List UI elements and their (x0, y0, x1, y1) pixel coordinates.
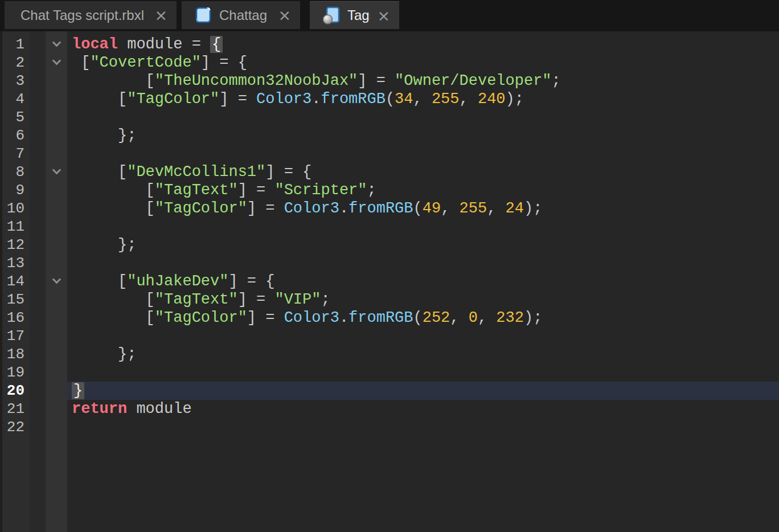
code-token: , (413, 91, 432, 108)
code-token: ; (367, 182, 376, 199)
code-token: module = (118, 36, 210, 53)
code-token: [ (72, 91, 127, 108)
line-number[interactable]: 7 (0, 145, 30, 163)
tab-chattag[interactable]: Chattag× (182, 1, 300, 29)
code-text[interactable] (67, 145, 779, 163)
code-token: "TagText" (155, 182, 238, 199)
code-line: 21return module (0, 400, 779, 418)
close-icon[interactable]: × (278, 7, 291, 23)
line-number[interactable]: 5 (0, 108, 30, 126)
gutter-gap (30, 35, 46, 54)
code-text[interactable] (67, 363, 779, 382)
code-token: ); (524, 309, 542, 326)
close-icon[interactable]: × (377, 8, 390, 23)
matched-bracket: { (210, 36, 223, 53)
script-editor: 1local module = {2 ["CovertCode"] = {3 [… (0, 31, 779, 532)
line-number[interactable]: 10 (0, 199, 30, 218)
code-text[interactable] (67, 327, 779, 345)
chevron-down-icon[interactable] (52, 275, 61, 284)
line-number[interactable]: 22 (0, 418, 30, 436)
line-number[interactable]: 15 (0, 290, 30, 309)
line-number[interactable]: 3 (0, 72, 30, 90)
gutter-gap (30, 163, 46, 181)
line-number[interactable]: 17 (0, 327, 30, 345)
code-token: "Scripter" (274, 182, 367, 199)
code-text[interactable]: }; (67, 345, 779, 363)
code-text[interactable]: }; (67, 236, 779, 254)
code-token: return (72, 400, 127, 418)
line-number[interactable]: 1 (0, 35, 30, 54)
fold-toggle[interactable] (46, 163, 67, 181)
tab-tags[interactable]: Tags× (310, 1, 399, 29)
code-token: }; (72, 127, 136, 144)
code-line: 6 }; (0, 126, 779, 145)
line-number[interactable]: 14 (0, 272, 30, 290)
code-text[interactable]: } (67, 382, 779, 400)
chevron-down-icon[interactable] (52, 166, 61, 175)
code-line: 14 ["uhJakeDev"] = { (0, 272, 779, 290)
fold-toggle[interactable] (46, 54, 67, 72)
code-text[interactable]: ["TagText"] = "Scripter"; (67, 181, 779, 199)
line-number[interactable]: 11 (0, 218, 30, 236)
tab-label: Chattag (219, 7, 271, 23)
code-text[interactable]: local module = { (67, 35, 779, 54)
code-text[interactable]: ["TagColor"] = Color3.fromRGB(34, 255, 2… (67, 90, 779, 108)
code-line: 7 (0, 145, 779, 163)
chevron-down-icon[interactable] (52, 38, 61, 47)
line-number[interactable]: 21 (0, 400, 30, 418)
code-token: 255 (460, 200, 487, 217)
close-icon[interactable]: × (154, 7, 167, 23)
tab-chat-tags-script-rbxl[interactable]: Chat Tags script.rbxl× (5, 1, 177, 29)
code-text[interactable] (67, 108, 779, 126)
code-token: ] = { (265, 163, 311, 181)
code-token: ( (413, 309, 423, 326)
code-text[interactable]: ["CovertCode"] = { (67, 54, 779, 72)
line-number[interactable]: 19 (0, 363, 30, 382)
code-token: "TheUncommon32NoobJax" (155, 72, 358, 89)
code-token: "TagText" (155, 291, 238, 308)
code-text[interactable] (67, 218, 779, 236)
code-line: 12 }; (0, 236, 779, 254)
line-number[interactable]: 18 (0, 345, 30, 363)
code-text[interactable]: return module (67, 400, 779, 418)
gutter-gap (30, 254, 46, 272)
gutter-gap (30, 345, 46, 363)
code-token: local (72, 36, 118, 53)
code-text[interactable]: ["DevMcCollins1"] = { (67, 163, 779, 181)
line-number[interactable]: 20 (0, 382, 30, 400)
code-text[interactable]: ["TagText"] = "VIP"; (67, 290, 779, 309)
code-text[interactable]: }; (67, 126, 779, 145)
gutter-gap (30, 290, 46, 309)
code-token: Color3 (256, 91, 311, 108)
chevron-down-icon[interactable] (52, 56, 61, 66)
line-number[interactable]: 13 (0, 254, 30, 272)
fold-toggle[interactable] (46, 272, 67, 290)
line-number[interactable]: 6 (0, 126, 30, 145)
code-text[interactable]: ["TagColor"] = Color3.fromRGB(252, 0, 23… (67, 309, 779, 327)
code-token: fromRGB (348, 200, 413, 217)
code-line: 22 (0, 418, 779, 436)
tab-label: Tags (347, 7, 370, 23)
gutter-gap (30, 108, 46, 126)
code-text[interactable]: ["uhJakeDev"] = { (67, 272, 779, 290)
code-token: fromRGB (321, 91, 385, 108)
tab-bar: Chat Tags script.rbxl×Chattag×Tags× (0, 0, 779, 31)
line-number[interactable]: 9 (0, 181, 30, 199)
code-token: module (127, 400, 191, 418)
code-text[interactable] (67, 418, 779, 436)
line-number[interactable]: 12 (0, 236, 30, 254)
code-token: ; (321, 291, 330, 308)
code-text[interactable]: ["TheUncommon32NoobJax"] = "Owner/Develo… (67, 72, 779, 90)
code-text[interactable] (67, 254, 779, 272)
code-text[interactable]: ["TagColor"] = Color3.fromRGB(49, 255, 2… (67, 199, 779, 218)
code-token: , (450, 309, 468, 326)
code-area[interactable]: 1local module = {2 ["CovertCode"] = {3 [… (0, 31, 779, 436)
code-line: 9 ["TagText"] = "Scripter"; (0, 181, 779, 199)
line-number[interactable]: 16 (0, 309, 30, 327)
code-token: ); (506, 91, 524, 108)
line-number[interactable]: 4 (0, 90, 30, 108)
line-number[interactable]: 2 (0, 54, 30, 72)
fold-toggle[interactable] (46, 35, 67, 54)
code-token: 252 (423, 309, 450, 326)
line-number[interactable]: 8 (0, 163, 30, 181)
